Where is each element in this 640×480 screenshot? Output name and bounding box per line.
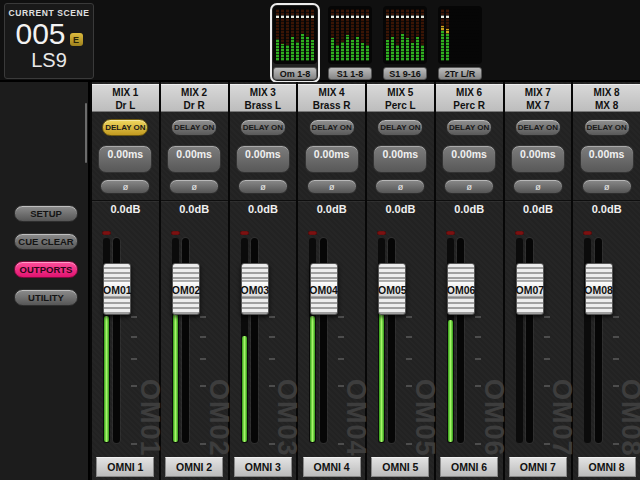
phase-button[interactable]: ø [169,179,219,194]
fader-handle[interactable]: OM03 [241,263,269,315]
meter-tab[interactable]: 2Tr L/R [435,3,485,83]
fader-handle[interactable]: OM01 [103,263,131,315]
phase-button[interactable]: ø [582,179,632,194]
phase-button[interactable]: ø [100,179,150,194]
meter-tab[interactable]: Om 1-8 [270,3,320,83]
fader-zone: OM01 OM01 [92,217,159,457]
delay-time-field[interactable]: 0.00ms [167,145,221,173]
meter-tab-label: 2Tr L/R [438,67,482,80]
stagemix-screen: CURRENT SCENE 005 E LS9 Om 1-8 S1 1-8 S1… [0,0,640,480]
gain-value: 0.0dB [385,203,415,217]
phase-button[interactable]: ø [513,179,563,194]
channel-name-label: MX 8 [573,99,640,112]
fader-zone: OM07 OM07 [505,217,572,457]
channel-strip: MIX 2 Dr R DELAY ON 0.00ms ø 0.0dB OM02 … [161,82,228,480]
phase-button[interactable]: ø [307,179,357,194]
channel-header[interactable]: MIX 7 MX 7 [505,84,572,112]
meter-bar [396,9,399,61]
delay-time-field[interactable]: 0.00ms [98,145,152,173]
delay-on-button[interactable]: DELAY ON [446,119,492,136]
fader-tick [131,316,137,318]
channel-header[interactable]: MIX 3 Brass L [230,84,297,112]
fader-tick [200,358,206,360]
delay-on-button[interactable]: DELAY ON [515,119,561,136]
channel-strip: MIX 6 Perc R DELAY ON 0.00ms ø 0.0dB OM0… [436,82,503,480]
meter-bars [441,9,479,61]
channel-strip: MIX 5 Perc L DELAY ON 0.00ms ø 0.0dB OM0… [367,82,434,480]
channel-header[interactable]: MIX 8 MX 8 [573,84,640,112]
section-divider [505,200,572,201]
channel-mix-label: MIX 6 [436,86,503,99]
delay-time-field[interactable]: 0.00ms [305,145,359,173]
output-port-label: OMNI 4 [303,457,361,477]
channel-header[interactable]: MIX 6 Perc R [436,84,503,112]
channel-header[interactable]: MIX 5 Perc L [367,84,434,112]
meter-bar [331,9,334,61]
channel-header[interactable]: MIX 4 Brass R [298,84,365,112]
delay-on-button[interactable]: DELAY ON [102,119,148,136]
delay-on-button[interactable]: DELAY ON [171,119,217,136]
meter-block [273,6,317,64]
setup-button[interactable]: SETUP [14,205,78,222]
phase-button[interactable]: ø [375,179,425,194]
strip-watermark: OM02 [211,379,227,457]
delay-on-button[interactable]: DELAY ON [377,119,423,136]
meter-bar [291,9,294,61]
console-model-label: LS9 [31,49,67,71]
output-port-label: OMNI 3 [234,457,292,477]
meter-bar [351,9,354,61]
gain-value: 0.0dB [179,203,209,217]
over-led-icon [515,231,524,235]
channel-meter-fill [104,316,109,442]
over-led-icon [308,231,317,235]
utility-button[interactable]: UTILITY [14,289,78,306]
fader-handle[interactable]: OM07 [516,263,544,315]
channel-meter-fill [242,336,247,442]
channel-name-label: MX 7 [505,99,572,112]
fader-zone: OM06 OM06 [436,217,503,457]
channel-header[interactable]: MIX 2 Dr R [161,84,228,112]
meter-bar [311,9,314,61]
fader-handle[interactable]: OM04 [310,263,338,315]
gain-value: 0.0dB [317,203,347,217]
delay-on-button[interactable]: DELAY ON [584,119,630,136]
meter-bar [366,9,369,61]
outports-button[interactable]: OUTPORTS [14,261,78,278]
over-led-icon [583,231,592,235]
current-scene-panel[interactable]: CURRENT SCENE 005 E LS9 [4,3,94,79]
meter-block [438,6,482,64]
output-port-label: OMNI 6 [440,457,498,477]
fader-handle-label: OM06 [448,281,474,298]
delay-time-field[interactable]: 0.00ms [442,145,496,173]
meter-bar [341,9,344,61]
fader-tick [200,316,206,318]
channel-name-label: Brass L [230,99,297,112]
fader-handle[interactable]: OM06 [447,263,475,315]
fader-handle[interactable]: OM05 [378,263,406,315]
over-led-icon [240,231,249,235]
meter-bar [421,9,424,61]
delay-time-field[interactable]: 0.00ms [373,145,427,173]
meter-tab[interactable]: S1 9-16 [380,3,430,83]
over-led-icon [446,231,455,235]
strip-watermark: OM05 [417,379,433,457]
phase-button[interactable]: ø [238,179,288,194]
delay-on-button[interactable]: DELAY ON [309,119,355,136]
phase-button[interactable]: ø [444,179,494,194]
meter-tab[interactable]: S1 1-8 [325,3,375,83]
over-led-icon [102,231,111,235]
delay-time-field[interactable]: 0.00ms [580,145,634,173]
delay-time-field[interactable]: 0.00ms [236,145,290,173]
meter-bars [386,9,424,61]
delay-time-field[interactable]: 0.00ms [511,145,565,173]
gain-value: 0.0dB [454,203,484,217]
cue-clear-button[interactable]: CUE CLEAR [14,233,78,250]
channel-header[interactable]: MIX 1 Dr L [92,84,159,112]
meter-bar [356,9,359,61]
fader-handle-label: OM08 [586,281,612,298]
fader-handle[interactable]: OM02 [172,263,200,315]
fader-handle[interactable]: OM08 [585,263,613,315]
delay-on-button[interactable]: DELAY ON [240,119,286,136]
fader-tick [406,358,412,360]
channel-strip: MIX 1 Dr L DELAY ON 0.00ms ø 0.0dB OM01 … [92,82,159,480]
